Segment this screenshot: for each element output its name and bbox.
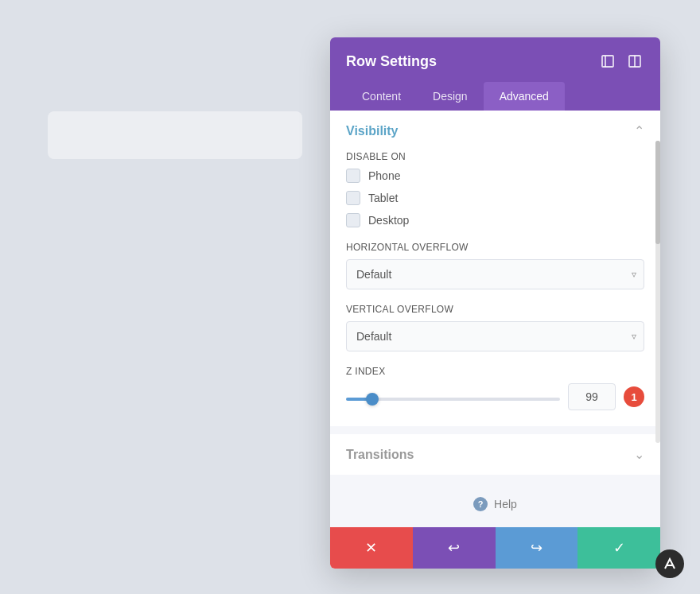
checkbox-desktop[interactable]: Desktop [346,213,644,227]
z-index-label: Z Index [346,366,644,377]
panel-title: Row Settings [346,53,437,70]
vertical-overflow-select-wrapper: Default Hidden Scroll Auto Visible ▿ [346,321,644,351]
undo-button[interactable]: ↩ [413,527,496,569]
panel-title-row: Row Settings [346,52,644,71]
corner-badge [655,549,684,578]
phone-label: Phone [368,169,400,182]
z-index-slider-wrapper [346,390,560,403]
help-icon: ? [473,497,488,511]
save-icon: ✓ [613,539,625,557]
visibility-section-body: Disable on Phone Tablet Desktop [330,151,660,426]
horizontal-overflow-select[interactable]: Default Hidden Scroll Auto Visible [346,259,644,289]
svg-rect-0 [602,56,613,67]
vertical-overflow-select[interactable]: Default Hidden Scroll Auto Visible [346,321,644,351]
transitions-section[interactable]: Transitions ⌄ [330,434,660,475]
desktop-label: Desktop [368,214,409,227]
tablet-checkbox[interactable] [346,191,360,205]
checkbox-phone[interactable]: Phone [346,169,644,183]
horizontal-overflow-select-wrapper: Default Hidden Scroll Auto Visible ▿ [346,259,644,289]
vertical-overflow-label: Vertical Overflow [346,304,644,315]
tablet-label: Tablet [368,192,398,204]
save-button[interactable]: ✓ [578,527,660,569]
horizontal-overflow-label: Horizontal Overflow [346,242,644,253]
transitions-title: Transitions [346,448,414,462]
visibility-section: Visibility ⌃ Disable on Phone Tablet [330,111,660,426]
cancel-button[interactable]: ✕ [330,527,413,569]
row-settings-panel: Row Settings Content Desig [330,37,660,569]
help-label: Help [494,498,517,511]
desktop-checkbox[interactable] [346,213,360,227]
z-index-input[interactable] [568,383,616,410]
scrollbar-track [655,141,660,443]
section-gap [330,428,660,434]
help-row[interactable]: ? Help [330,481,660,527]
redo-icon: ↪ [531,539,542,557]
scrollbar-thumb[interactable] [655,141,660,244]
z-index-row: 1 [346,383,644,410]
tab-advanced[interactable]: Advanced [484,82,565,111]
help-gap [330,475,660,481]
panel-body: Visibility ⌃ Disable on Phone Tablet [330,111,660,527]
horizontal-overflow-field: Horizontal Overflow Default Hidden Scrol… [346,242,644,289]
panel-header: Row Settings Content Desig [330,37,660,111]
phone-checkbox[interactable] [346,169,360,183]
disable-on-label: Disable on [346,151,644,162]
visibility-title: Visibility [346,124,399,138]
columns-icon[interactable] [625,52,644,71]
z-index-slider[interactable] [346,398,560,401]
disable-on-list: Phone Tablet Desktop [346,169,644,227]
visibility-section-header[interactable]: Visibility ⌃ [330,111,660,151]
panel-icon-group [598,52,644,71]
z-index-field: Z Index 1 [346,366,644,410]
z-index-badge: 1 [624,386,644,407]
undo-icon: ↩ [448,539,460,557]
redo-button[interactable]: ↪ [496,527,578,569]
tab-design[interactable]: Design [417,82,484,111]
visibility-collapse-icon[interactable]: ⌃ [634,123,644,138]
tab-content[interactable]: Content [346,82,417,111]
vertical-overflow-field: Vertical Overflow Default Hidden Scroll … [346,304,644,351]
panel-footer: ✕ ↩ ↪ ✓ [330,527,660,569]
disable-on-field: Disable on Phone Tablet Desktop [346,151,644,227]
checkbox-tablet[interactable]: Tablet [346,191,644,205]
canvas-element [48,111,302,159]
cancel-icon: ✕ [365,539,377,557]
transitions-expand-icon[interactable]: ⌄ [634,447,644,462]
expand-icon[interactable] [598,52,617,71]
tabs: Content Design Advanced [346,82,644,111]
